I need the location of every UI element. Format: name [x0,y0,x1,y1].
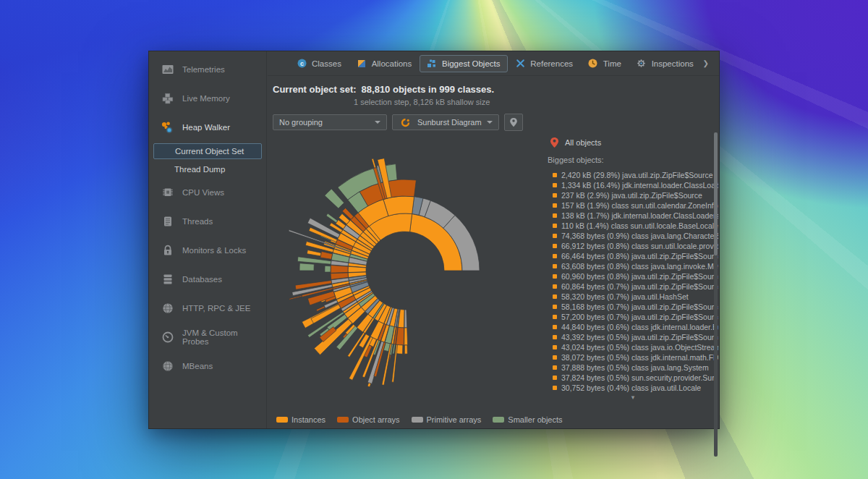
all-objects-marker[interactable]: All objects [548,137,718,148]
object-bullet-icon [553,254,557,258]
object-bullet-icon [553,325,557,329]
biggest-object-row[interactable]: 43,392 bytes (0.5%) java.util.zip.ZipFil… [548,332,718,342]
biggest-object-row[interactable]: 2,420 kB (29.8%) java.util.zip.ZipFile$S… [548,170,718,180]
biggest-object-row[interactable]: 63,608 bytes (0.8%) class java.lang.invo… [548,261,718,271]
view-tabbar: cClassesAllocationsBiggest ObjectsRefere… [268,51,719,76]
object-bullet-icon [553,193,557,198]
tab-label: Classes [312,59,341,68]
tab-inspections[interactable]: Inspections [629,55,701,72]
profiler-window: TelemetriesLive MemoryHeap WalkerCurrent… [148,51,720,429]
sidebar-item-cpu-views[interactable]: CPU Views [149,178,266,207]
object-bullet-icon [553,213,557,218]
sunburst-arc[interactable] [289,295,302,300]
biggest-object-row[interactable]: 37,888 bytes (0.5%) class java.lang.Syst… [548,363,718,373]
sunburst-arc[interactable] [404,345,407,354]
sunburst-arc[interactable] [367,383,371,387]
biggest-object-label: 37,824 bytes (0.5%) sun.security.provide… [561,373,716,382]
biggest-object-label: 63,608 bytes (0.8%) class java.lang.invo… [561,262,718,271]
sidebar-item-label: HTTP, RPC & JEE [182,304,250,313]
sunburst-arc[interactable] [326,213,338,223]
pin-button[interactable] [504,114,523,131]
sunburst-arc[interactable] [307,250,321,256]
sunburst-arc[interactable] [331,265,348,273]
sidebar-item-monitors-locks[interactable]: Monitors & Locks [149,236,266,265]
tab-classes[interactable]: cClasses [289,55,349,72]
sidebar-item-mbeans[interactable]: MBeans [149,352,266,381]
biggest-object-row[interactable]: 57,200 bytes (0.7%) java.util.zip.ZipFil… [548,312,718,322]
lock-icon [161,244,174,258]
sunburst-arc[interactable] [383,196,414,216]
sidebar-item-jvm-custom-probes[interactable]: JVM & Custom Probes [149,323,266,352]
biggest-object-row[interactable]: 157 kB (1.9%) class sun.util.calendar.Zo… [548,200,718,211]
biggest-object-label: 58,168 bytes (0.7%) java.util.zip.ZipFil… [561,302,718,311]
sidebar-item-current-object-set[interactable]: Current Object Set [153,143,262,159]
sidebar-item-http-rpc-jee[interactable]: HTTP, RPC & JEE [149,294,266,323]
biggest-object-row[interactable]: 1,334 kB (16.4%) jdk.internal.loader.Cla… [548,180,718,190]
sidebar-item-live-memory[interactable]: Live Memory [149,84,266,113]
biggest-object-label: 37,888 bytes (0.5%) class java.lang.Syst… [561,363,709,372]
time-icon [588,59,598,69]
biggest-object-row[interactable]: 74,368 bytes (0.9%) class java.lang.Char… [548,231,718,241]
sunburst-arc[interactable] [299,263,314,271]
grouping-dropdown[interactable]: No grouping [273,114,387,130]
sunburst-arc[interactable] [372,158,376,168]
biggest-object-label: 58,320 bytes (0.7%) java.util.HashSet [561,292,689,301]
biggest-object-row[interactable]: 37,824 bytes (0.5%) sun.security.provide… [548,373,718,383]
map-pin-icon [550,137,559,148]
biggest-object-row[interactable]: 66,464 bytes (0.8%) java.util.zip.ZipFil… [548,251,718,261]
sunburst-arc[interactable] [348,266,366,272]
biggest-object-row[interactable]: 138 kB (1.7%) jdk.internal.loader.ClassL… [548,211,718,221]
biggest-object-row[interactable]: 30,752 bytes (0.4%) class java.util.Loca… [548,383,718,393]
biggest-object-row[interactable]: 44,840 bytes (0.6%) class jdk.internal.l… [548,322,718,332]
biggest-object-row[interactable]: 110 kB (1.4%) class sun.util.locale.Base… [548,221,718,231]
biggest-object-label: 138 kB (1.7%) jdk.internal.loader.ClassL… [561,211,718,220]
sunburst-arc[interactable] [316,306,325,311]
diagram-type-dropdown[interactable]: Sunburst Diagram [392,114,499,130]
all-objects-label: All objects [565,138,601,147]
current-object-set-label: Current object set: [273,84,357,95]
sidebar-item-databases[interactable]: Databases [149,265,266,294]
sidebar-item-heap-walker[interactable]: Heap Walker [149,113,266,142]
tab-label: Allocations [372,59,412,68]
sunburst-chart[interactable] [257,130,553,412]
diagram-type-value: Sunburst Diagram [417,118,482,127]
biggest-objects-heading: Biggest objects: [548,156,718,164]
scrollbar[interactable] [714,132,718,457]
biggest-object-label: 43,024 bytes (0.5%) class java.io.Object… [561,343,718,352]
biggest-object-label: 1,334 kB (16.4%) jdk.internal.loader.Cla… [561,181,718,190]
sunburst-arc[interactable] [404,310,407,328]
biggest-object-row[interactable]: 237 kB (2.9%) java.util.zip.ZipFile$Sour… [548,190,718,200]
biggest-object-row[interactable]: 58,320 bytes (0.7%) java.util.HashSet [548,292,718,302]
biggest-object-label: 2,420 kB (29.8%) java.util.zip.ZipFile$S… [561,171,713,179]
biggest-object-row[interactable]: 60,960 bytes (0.8%) java.util.zip.ZipFil… [548,271,718,281]
sidebar-item-telemetries[interactable]: Telemetries [149,55,266,84]
tab-allocations[interactable]: Allocations [349,55,420,72]
sunburst-arc[interactable] [325,266,331,272]
chevron-right-icon[interactable]: ❯ [702,59,710,67]
tab-references[interactable]: References [508,55,580,72]
sunburst-icon [399,116,412,130]
allocations-icon [357,59,367,69]
cpu-chip-icon [161,186,174,200]
sidebar-item-label: Thread Dump [174,165,225,174]
sidebar-item-label: Current Object Set [175,147,244,156]
sunburst-arc[interactable] [404,328,408,345]
object-bullet-icon [553,244,557,248]
tab-label: Inspections [652,59,694,68]
legend-swatch [493,417,504,423]
legend-item-primitive-arrays: Primitive arrays [412,415,482,424]
biggest-object-row[interactable]: 60,864 bytes (0.7%) java.util.zip.ZipFil… [548,281,718,292]
scroll-more-indicator[interactable]: ▾ [548,394,718,401]
biggest-object-row[interactable]: 66,912 bytes (0.8%) class sun.util.local… [548,241,718,251]
biggest-object-row[interactable]: 38,072 bytes (0.5%) class jdk.internal.m… [548,352,718,363]
legend-label: Smaller objects [508,415,562,424]
tab-time[interactable]: Time [581,55,629,72]
sunburst-arc[interactable] [320,251,333,259]
scrollbar-thumb[interactable] [714,132,718,255]
tab-biggest-objects[interactable]: Biggest Objects [420,55,508,72]
sidebar-item-label: Heap Walker [182,123,230,132]
biggest-object-row[interactable]: 58,168 bytes (0.7%) java.util.zip.ZipFil… [548,302,718,312]
sidebar-item-threads[interactable]: Threads [149,207,266,236]
biggest-object-row[interactable]: 43,024 bytes (0.5%) class java.io.Object… [548,342,718,352]
sidebar-item-thread-dump[interactable]: Thread Dump [149,160,266,178]
